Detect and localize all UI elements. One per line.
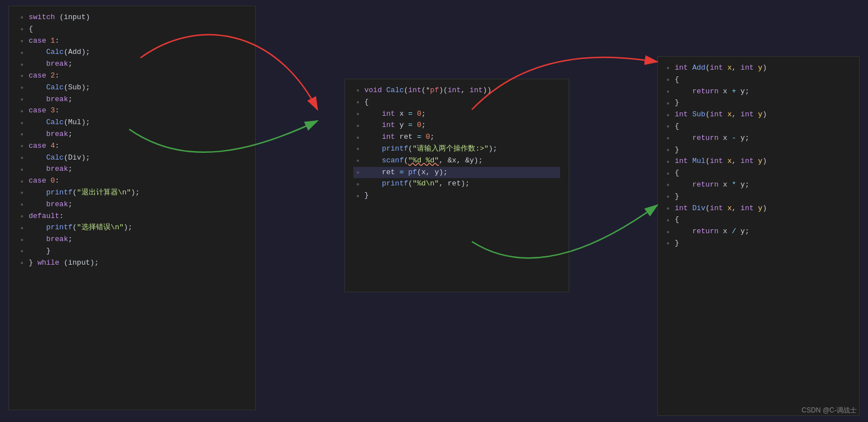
code-text: printf("退出计算器\n"); [26, 187, 247, 199]
code-text: { [672, 121, 856, 133]
code-text: } [672, 97, 856, 109]
gutter [17, 82, 26, 94]
gutter [17, 140, 26, 152]
code-line: } [17, 246, 247, 257]
gutter [353, 131, 362, 143]
gutter [353, 120, 362, 131]
gutter [353, 97, 362, 108]
gutter [17, 234, 26, 246]
code-line: switch (input) [17, 12, 247, 24]
code-line: break; [17, 58, 247, 70]
gutter [17, 24, 26, 35]
gutter [353, 85, 362, 97]
gutter [664, 74, 672, 86]
code-line: } [664, 97, 856, 109]
code-line: printf("选择错误\n"); [17, 222, 247, 234]
code-text: return x + y; [672, 86, 856, 98]
code-text: int Add(int x, int y) [672, 62, 856, 74]
code-line: Calc(Sub); [17, 82, 247, 94]
gutter [17, 199, 26, 211]
code-line: break; [17, 129, 247, 140]
code-text: ret = pf(x, y); [362, 167, 560, 179]
code-line: { [664, 167, 856, 179]
gutter [17, 35, 26, 47]
code-text: Calc(Sub); [26, 82, 247, 94]
gutter [664, 203, 672, 215]
gutter [664, 156, 672, 167]
gutter [664, 86, 672, 98]
code-text: return x / y; [672, 226, 856, 238]
code-text: case 3: [26, 105, 247, 117]
code-line: } [664, 191, 856, 203]
gutter [664, 144, 672, 156]
gutter [17, 211, 26, 223]
code-text: int Sub(int x, int y) [672, 109, 856, 121]
middle-code-panel: void Calc(int(*pf)(int, int)) { int x = … [344, 79, 569, 292]
code-line: break; [17, 94, 247, 106]
code-line: return x * y; [664, 179, 856, 191]
code-line: scanf("%d %d", &x, &y); [353, 155, 560, 167]
code-line: } [664, 238, 856, 249]
code-line: int y = 0; [353, 120, 560, 131]
gutter [353, 108, 362, 120]
code-line: printf("退出计算器\n"); [17, 187, 247, 199]
left-code-panel: switch (input) { case 1: Calc(Add); brea… [8, 6, 256, 410]
gutter [17, 94, 26, 106]
gutter [17, 47, 26, 58]
code-text: printf("%d\n", ret); [362, 178, 560, 190]
gutter [17, 257, 26, 269]
code-text: break; [26, 94, 247, 106]
code-text: Calc(Div); [26, 152, 247, 164]
code-text: int y = 0; [362, 120, 560, 131]
code-text: printf("请输入两个操作数:>"); [362, 143, 560, 155]
gutter [664, 214, 672, 226]
code-line: return x / y; [664, 226, 856, 238]
code-line: case 1: [17, 35, 247, 47]
code-text: int Div(int x, int y) [672, 203, 856, 215]
gutter [664, 191, 672, 203]
code-line: case 4: [17, 140, 247, 152]
code-line: int Add(int x, int y) [664, 62, 856, 74]
code-line: int x = 0; [353, 108, 560, 120]
code-text: break; [26, 199, 247, 211]
code-line-highlighted: ret = pf(x, y); [353, 167, 560, 179]
code-line: { [17, 24, 247, 35]
code-text: Calc(Add); [26, 47, 247, 58]
code-line: } [353, 190, 560, 202]
code-text: Calc(Mul); [26, 117, 247, 129]
code-text: { [672, 167, 856, 179]
gutter [17, 117, 26, 129]
code-text: switch (input) [26, 12, 247, 24]
code-text: case 0: [26, 175, 247, 187]
code-line: int Div(int x, int y) [664, 203, 856, 215]
code-text: case 1: [26, 35, 247, 47]
gutter [17, 129, 26, 140]
code-line: Calc(Div); [17, 152, 247, 164]
right-code-panel: int Add(int x, int y) { return x + y; } … [657, 56, 860, 416]
code-line: case 3: [17, 105, 247, 117]
code-text: { [672, 74, 856, 86]
code-text: printf("选择错误\n"); [26, 222, 247, 234]
gutter [353, 143, 362, 155]
gutter [664, 226, 672, 238]
code-line: default: [17, 211, 247, 223]
code-line: return x + y; [664, 86, 856, 98]
gutter [17, 164, 26, 175]
code-line: Calc(Add); [17, 47, 247, 58]
code-text: } [362, 190, 560, 202]
gutter [17, 246, 26, 257]
gutter [664, 109, 672, 121]
code-text: } [26, 246, 247, 257]
gutter [17, 12, 26, 24]
gutter [664, 179, 672, 191]
code-line: case 0: [17, 175, 247, 187]
code-text: int ret = 0; [362, 131, 560, 143]
gutter [17, 175, 26, 187]
code-line: void Calc(int(*pf)(int, int)) [353, 85, 560, 97]
code-line: { [664, 214, 856, 226]
code-line: } while (input); [17, 257, 247, 269]
code-text: void Calc(int(*pf)(int, int)) [362, 85, 560, 97]
watermark: CSDN @C-调战士 [802, 406, 857, 415]
code-text: break; [26, 164, 247, 175]
code-text: return x * y; [672, 179, 856, 191]
